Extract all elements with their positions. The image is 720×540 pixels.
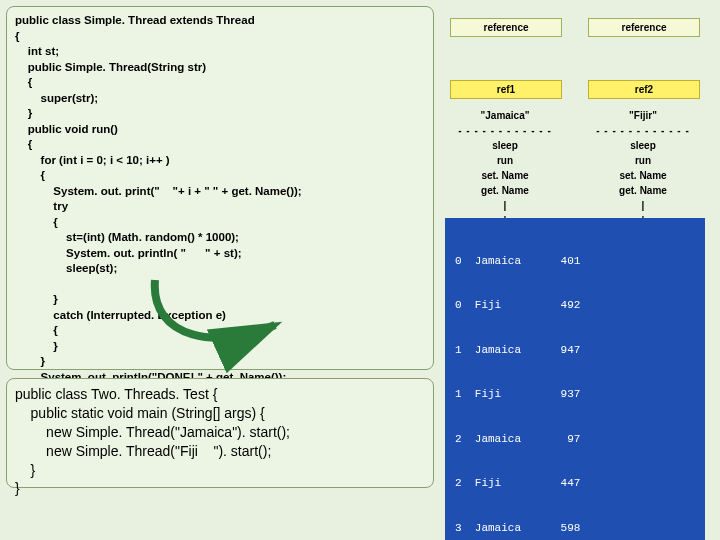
object-col-1: "Jamaica" - - - - - - - - - - - - sleep …: [450, 108, 560, 228]
out-1: 0 Fiji 492: [455, 298, 695, 313]
obj1-dots: - - - - - - - - - - - -: [450, 123, 560, 138]
out-3: 1 Fiji 937: [455, 387, 695, 402]
out-6: 3 Jamaica 598: [455, 521, 695, 536]
out-4: 2 Jamaica 97: [455, 432, 695, 447]
obj1-header: "Jamaica": [450, 108, 560, 123]
obj2-m3: get. Name: [588, 183, 698, 198]
obj2-m1: run: [588, 153, 698, 168]
thread-output: 0 Jamaica 401 0 Fiji 492 1 Jamaica 947 1…: [445, 218, 705, 540]
reference-box-1: reference: [450, 18, 562, 37]
ref2-box: ref2: [588, 80, 700, 99]
obj1-m1: run: [450, 153, 560, 168]
code-simple-thread: public class Simple. Thread extends Thre…: [6, 6, 434, 370]
obj1-m3: get. Name: [450, 183, 560, 198]
obj2-header: "Fijir": [588, 108, 698, 123]
obj2-m0: sleep: [588, 138, 698, 153]
reference-box-2: reference: [588, 18, 700, 37]
ref1-box: ref1: [450, 80, 562, 99]
out-0: 0 Jamaica 401: [455, 254, 695, 269]
obj2-m4: |: [588, 198, 698, 213]
out-2: 1 Jamaica 947: [455, 343, 695, 358]
code-two-threads-test: public class Two. Threads. Test { public…: [6, 378, 434, 488]
obj1-m2: set. Name: [450, 168, 560, 183]
obj1-m0: sleep: [450, 138, 560, 153]
object-col-2: "Fijir" - - - - - - - - - - - - sleep ru…: [588, 108, 698, 228]
obj2-dots: - - - - - - - - - - - -: [588, 123, 698, 138]
obj1-m4: |: [450, 198, 560, 213]
out-5: 2 Fiji 447: [455, 476, 695, 491]
obj2-m2: set. Name: [588, 168, 698, 183]
